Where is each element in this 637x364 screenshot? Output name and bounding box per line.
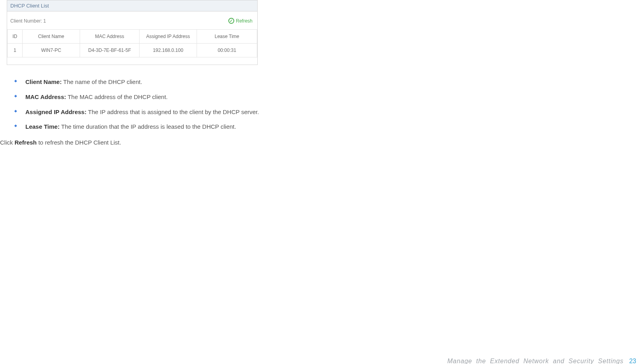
closing-pre: Click — [0, 139, 15, 146]
col-id: ID — [8, 30, 23, 44]
term: Assigned IP Address: — [25, 109, 86, 115]
col-client-name: Client Name — [23, 30, 80, 44]
refresh-label: Refresh — [236, 18, 253, 24]
panel-title: DHCP Client List — [7, 0, 257, 11]
desc: The name of the DHCP client. — [62, 78, 142, 85]
term: MAC Address: — [25, 93, 66, 100]
page-number: 23 — [629, 358, 636, 364]
list-item: Client Name: The name of the DHCP client… — [0, 78, 268, 86]
list-item: Assigned IP Address: The IP address that… — [0, 108, 268, 116]
cell-mac: D4-3D-7E-BF-61-5F — [80, 44, 140, 57]
col-ip: Assigned IP Address — [140, 30, 197, 44]
term: Lease Time: — [25, 123, 59, 130]
col-lease: Lease Time — [197, 30, 257, 44]
body-content: Client Name: The name of the DHCP client… — [0, 78, 268, 147]
bullet-list: Client Name: The name of the DHCP client… — [0, 78, 268, 131]
page-footer: Manage the Extended Network and Security… — [447, 358, 636, 364]
closing-bold: Refresh — [15, 139, 37, 146]
footer-title: Manage the Extended Network and Security… — [447, 358, 624, 364]
cell-ip: 192.168.0.100 — [140, 44, 197, 57]
cell-id: 1 — [8, 44, 23, 57]
closing-line: Click Refresh to refresh the DHCP Client… — [0, 138, 268, 147]
panel-footer-space — [7, 57, 257, 65]
desc: The IP address that is assigned to the c… — [86, 109, 259, 115]
term: Client Name: — [25, 78, 62, 85]
cell-lease: 00:00:31 — [197, 44, 257, 57]
table-header-row: ID Client Name MAC Address Assigned IP A… — [8, 30, 257, 44]
desc: The time duration that the IP address is… — [59, 123, 236, 130]
table-row: 1 WIN7-PC D4-3D-7E-BF-61-5F 192.168.0.10… — [8, 44, 257, 57]
col-mac: MAC Address — [80, 30, 140, 44]
panel-subheader: Client Number: 1 ✓ Refresh — [7, 11, 257, 29]
cell-client-name: WIN7-PC — [23, 44, 80, 57]
desc: The MAC address of the DHCP client. — [66, 93, 168, 100]
client-number-label: Client Number: 1 — [10, 18, 46, 24]
closing-post: to refresh the DHCP Client List. — [37, 139, 121, 146]
list-item: Lease Time: The time duration that the I… — [0, 122, 268, 131]
refresh-button[interactable]: ✓ Refresh — [228, 18, 253, 24]
list-item: MAC Address: The MAC address of the DHCP… — [0, 93, 268, 101]
dhcp-panel: DHCP Client List Client Number: 1 ✓ Refr… — [7, 0, 258, 65]
dhcp-table: ID Client Name MAC Address Assigned IP A… — [7, 29, 257, 57]
refresh-icon: ✓ — [228, 18, 234, 24]
